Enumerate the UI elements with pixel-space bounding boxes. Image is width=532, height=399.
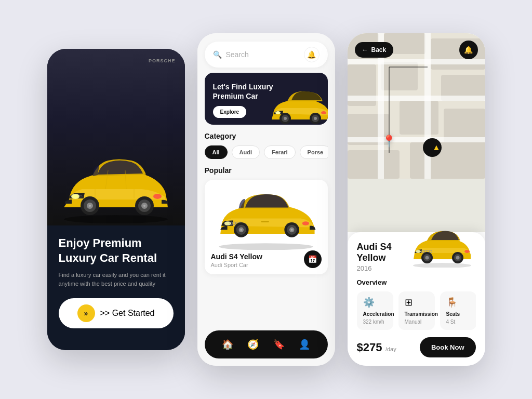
category-label: Category: [205, 132, 328, 140]
nav-bookmark-icon[interactable]: 🔖: [271, 337, 287, 352]
detail-car-year: 2016: [357, 264, 408, 272]
map-area: ▲ ← Back 🔔 📍: [348, 33, 485, 232]
hero-title: Let's Find LuxuryPremium Car: [213, 82, 273, 101]
price-display: $275 /day: [357, 341, 396, 354]
svg-point-3: [153, 194, 162, 199]
svg-rect-52: [348, 96, 485, 101]
detail-car-image: [408, 226, 476, 268]
overview-items: ⚙️ Acceleration 322 km/h ⊞ Transmission …: [357, 291, 476, 330]
transmission-label: Transmission: [405, 311, 429, 317]
transmission-icon: ⊞: [405, 297, 429, 308]
detail-car-name: Audi S4 Yellow: [357, 242, 408, 263]
search-bar[interactable]: 🔍 Search 🔔: [205, 42, 328, 68]
svg-point-68: [456, 256, 459, 260]
svg-point-56: [413, 263, 471, 268]
overview-transmission: ⊞ Transmission Manual: [398, 291, 435, 330]
svg-point-14: [321, 111, 326, 114]
svg-rect-24: [261, 221, 269, 222]
svg-rect-47: [348, 150, 400, 179]
detail-footer: $275 /day Book Now: [357, 337, 476, 357]
svg-point-32: [240, 229, 242, 231]
popular-car-card: Audi S4 Yellow Audi Sport Car 📅: [205, 180, 328, 274]
screen1-title: Enjoy PremiumLuxury Car Rental: [59, 236, 174, 265]
screen1-subtitle: Find a luxury car easily and you can ren…: [59, 271, 174, 288]
category-all[interactable]: All: [205, 145, 228, 159]
popular-car-image: [211, 186, 322, 248]
category-ferrari[interactable]: Ferari: [264, 145, 296, 159]
hero-banner: Let's Find LuxuryPremium Car Explore: [205, 73, 328, 125]
svg-rect-51: [348, 59, 485, 64]
svg-point-7: [89, 205, 91, 207]
seats-icon: 🪑: [446, 297, 470, 308]
svg-point-2: [72, 195, 78, 198]
svg-point-0: [64, 215, 168, 223]
book-now-button[interactable]: Book Now: [420, 337, 476, 357]
back-button[interactable]: ← Back: [355, 42, 394, 58]
seats-value: 4 St: [446, 319, 470, 325]
acceleration-label: Acceleration: [363, 311, 387, 317]
get-started-label: >> Get Started: [100, 309, 155, 318]
seats-label: Seats: [446, 311, 470, 317]
svg-rect-45: [400, 101, 438, 135]
category-pills: All Audi Ferari Porse: [205, 145, 328, 159]
overview-title: Overview: [357, 278, 476, 286]
svg-point-17: [284, 117, 287, 120]
get-started-button[interactable]: » >> Get Started: [59, 298, 174, 328]
map-pin-start: 📍: [382, 135, 396, 148]
explore-button[interactable]: Explore: [213, 106, 247, 118]
svg-point-13: [275, 111, 281, 114]
search-icon: 🔍: [213, 50, 222, 59]
svg-point-36: [291, 229, 293, 231]
svg-point-22: [224, 221, 231, 225]
svg-rect-43: [381, 62, 418, 90]
acceleration-value: 322 km/h: [363, 319, 387, 325]
transmission-value: Manual: [405, 319, 429, 325]
arrow-icon: »: [77, 304, 95, 322]
svg-point-11: [143, 205, 145, 207]
svg-point-57: [416, 250, 421, 253]
porsche-logo: PORSCHE: [149, 58, 176, 63]
price-value: $275: [357, 341, 382, 354]
svg-rect-53: [348, 137, 485, 142]
nav-home-icon[interactable]: 🏠: [220, 337, 235, 352]
category-porsche[interactable]: Porse: [300, 145, 328, 159]
svg-point-23: [302, 221, 309, 225]
screen3-phone: ▲ ← Back 🔔 📍: [348, 33, 485, 366]
nav-user-icon[interactable]: 👤: [297, 337, 312, 352]
svg-text:▲: ▲: [432, 143, 441, 152]
map-header: ← Back 🔔: [355, 41, 478, 59]
acceleration-icon: ⚙️: [363, 297, 387, 308]
nav-compass-icon[interactable]: 🧭: [245, 337, 261, 352]
overview-acceleration: ⚙️ Acceleration 322 km/h: [357, 291, 393, 330]
screen2-phone: 🔍 Search 🔔 Let's Find LuxuryPremium Car …: [197, 33, 335, 366]
detail-header: Audi S4 Yellow 2016: [357, 242, 476, 272]
back-label: Back: [371, 46, 387, 54]
overview-seats: 🪑 Seats 4 St: [440, 291, 476, 330]
bell-icon: 🔔: [464, 46, 473, 54]
back-arrow-icon: ←: [362, 46, 368, 54]
svg-point-20: [314, 117, 317, 120]
price-unit: /day: [385, 346, 396, 352]
svg-point-58: [464, 250, 470, 253]
notification-icon[interactable]: 🔔: [304, 47, 320, 62]
bookmark-button[interactable]: 📅: [304, 250, 322, 268]
category-audi[interactable]: Audi: [232, 145, 260, 159]
notification-button[interactable]: 🔔: [459, 41, 478, 59]
svg-point-21: [219, 243, 313, 250]
screen1-phone: PORSCHE: [47, 49, 185, 350]
bottom-navigation: 🏠 🧭 🔖 👤: [205, 330, 328, 358]
svg-point-65: [425, 256, 429, 260]
detail-card: Audi S4 Yellow 2016: [348, 232, 485, 366]
search-input[interactable]: Search: [226, 50, 300, 59]
popular-label: Popular: [205, 166, 328, 175]
svg-rect-48: [410, 142, 485, 179]
